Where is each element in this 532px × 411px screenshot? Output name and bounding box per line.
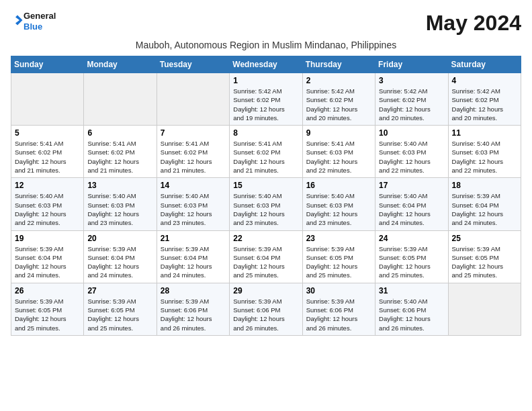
weekday-header-sunday: Sunday (11, 56, 84, 73)
day-number: 25 (452, 234, 517, 243)
day-number: 6 (87, 128, 152, 138)
cell-info: Sunrise: 5:39 AMSunset: 6:04 PMDaylight:… (161, 244, 226, 280)
day-number: 20 (87, 234, 152, 243)
cell-info: Sunrise: 5:42 AMSunset: 6:02 PMDaylight:… (233, 87, 298, 122)
cell-info: Sunrise: 5:41 AMSunset: 6:02 PMDaylight:… (233, 139, 298, 175)
calendar-cell: 16Sunrise: 5:40 AMSunset: 6:03 PMDayligh… (302, 178, 375, 230)
cell-info: Sunrise: 5:39 AMSunset: 6:05 PMDaylight:… (452, 244, 517, 280)
calendar-cell: 23Sunrise: 5:39 AMSunset: 6:05 PMDayligh… (302, 230, 375, 283)
cell-info: Sunrise: 5:42 AMSunset: 6:02 PMDaylight:… (452, 87, 517, 122)
cell-info: Sunrise: 5:39 AMSunset: 6:04 PMDaylight:… (233, 244, 298, 280)
calendar-cell: 17Sunrise: 5:40 AMSunset: 6:04 PMDayligh… (375, 178, 448, 230)
day-number: 19 (15, 234, 80, 243)
day-number: 31 (379, 286, 444, 295)
calendar-cell: 31Sunrise: 5:40 AMSunset: 6:06 PMDayligh… (375, 283, 448, 335)
day-number: 9 (306, 128, 371, 138)
day-number: 21 (161, 234, 226, 243)
cell-info: Sunrise: 5:39 AMSunset: 6:05 PMDaylight:… (379, 244, 444, 280)
calendar-cell: 21Sunrise: 5:39 AMSunset: 6:04 PMDayligh… (157, 230, 229, 283)
calendar-cell: 19Sunrise: 5:39 AMSunset: 6:04 PMDayligh… (11, 230, 84, 283)
calendar-cell: 4Sunrise: 5:42 AMSunset: 6:02 PMDaylight… (448, 73, 521, 126)
calendar-cell: 22Sunrise: 5:39 AMSunset: 6:04 PMDayligh… (230, 230, 302, 283)
day-number: 12 (15, 181, 80, 190)
weekday-header-thursday: Thursday (302, 56, 375, 73)
cell-info: Sunrise: 5:40 AMSunset: 6:03 PMDaylight:… (87, 191, 152, 227)
day-number: 22 (233, 234, 298, 243)
calendar-cell (448, 283, 521, 335)
cell-info: Sunrise: 5:39 AMSunset: 6:06 PMDaylight:… (233, 297, 298, 332)
calendar-cell: 11Sunrise: 5:40 AMSunset: 6:03 PMDayligh… (448, 126, 521, 178)
location-title: Mauboh, Autonomous Region in Muslim Mind… (11, 40, 521, 50)
day-number: 4 (452, 76, 517, 85)
cell-info: Sunrise: 5:40 AMSunset: 6:03 PMDaylight:… (379, 139, 444, 175)
calendar-cell: 13Sunrise: 5:40 AMSunset: 6:03 PMDayligh… (84, 178, 157, 230)
weekday-header-saturday: Saturday (448, 56, 521, 73)
cell-info: Sunrise: 5:41 AMSunset: 6:02 PMDaylight:… (161, 139, 226, 175)
day-number: 17 (379, 181, 444, 190)
cell-info: Sunrise: 5:39 AMSunset: 6:05 PMDaylight:… (306, 244, 371, 280)
day-number: 16 (306, 181, 371, 190)
calendar-cell: 25Sunrise: 5:39 AMSunset: 6:05 PMDayligh… (448, 230, 521, 283)
calendar-cell: 5Sunrise: 5:41 AMSunset: 6:02 PMDaylight… (11, 126, 84, 178)
cell-info: Sunrise: 5:39 AMSunset: 6:04 PMDaylight:… (87, 244, 152, 280)
weekday-header-friday: Friday (375, 56, 448, 73)
cell-info: Sunrise: 5:39 AMSunset: 6:06 PMDaylight:… (161, 297, 226, 332)
day-number: 8 (233, 128, 298, 138)
day-number: 27 (87, 286, 152, 295)
day-number: 3 (379, 76, 444, 85)
cell-info: Sunrise: 5:39 AMSunset: 6:05 PMDaylight:… (87, 297, 152, 332)
calendar-cell: 15Sunrise: 5:40 AMSunset: 6:03 PMDayligh… (230, 178, 302, 230)
day-number: 2 (306, 76, 371, 85)
weekday-header-wednesday: Wednesday (230, 56, 302, 73)
calendar-cell: 2Sunrise: 5:42 AMSunset: 6:02 PMDaylight… (302, 73, 375, 126)
cell-info: Sunrise: 5:39 AMSunset: 6:04 PMDaylight:… (452, 191, 517, 227)
day-number: 30 (306, 286, 371, 295)
logo-blue: Blue (24, 21, 56, 32)
cell-info: Sunrise: 5:42 AMSunset: 6:02 PMDaylight:… (306, 87, 371, 122)
day-number: 5 (15, 128, 80, 138)
cell-info: Sunrise: 5:42 AMSunset: 6:02 PMDaylight:… (379, 87, 444, 122)
cell-info: Sunrise: 5:41 AMSunset: 6:02 PMDaylight:… (87, 139, 152, 175)
calendar-cell: 9Sunrise: 5:41 AMSunset: 6:03 PMDaylight… (302, 126, 375, 178)
day-number: 1 (233, 76, 298, 85)
day-number: 15 (233, 181, 298, 190)
calendar-cell: 24Sunrise: 5:39 AMSunset: 6:05 PMDayligh… (375, 230, 448, 283)
calendar-cell: 18Sunrise: 5:39 AMSunset: 6:04 PMDayligh… (448, 178, 521, 230)
day-number: 18 (452, 181, 517, 190)
calendar-cell: 26Sunrise: 5:39 AMSunset: 6:05 PMDayligh… (11, 283, 84, 335)
cell-info: Sunrise: 5:40 AMSunset: 6:03 PMDaylight:… (161, 191, 226, 227)
calendar-cell: 10Sunrise: 5:40 AMSunset: 6:03 PMDayligh… (375, 126, 448, 178)
day-number: 13 (87, 181, 152, 190)
day-number: 7 (161, 128, 226, 138)
logo-general: General (24, 11, 56, 21)
calendar-cell: 12Sunrise: 5:40 AMSunset: 6:03 PMDayligh… (11, 178, 84, 230)
cell-info: Sunrise: 5:40 AMSunset: 6:06 PMDaylight:… (379, 297, 444, 332)
calendar-cell: 7Sunrise: 5:41 AMSunset: 6:02 PMDaylight… (157, 126, 229, 178)
calendar-table: SundayMondayTuesdayWednesdayThursdayFrid… (11, 56, 521, 336)
cell-info: Sunrise: 5:39 AMSunset: 6:06 PMDaylight:… (306, 297, 371, 332)
calendar-cell: 27Sunrise: 5:39 AMSunset: 6:05 PMDayligh… (84, 283, 157, 335)
cell-info: Sunrise: 5:39 AMSunset: 6:04 PMDaylight:… (15, 244, 80, 280)
cell-info: Sunrise: 5:41 AMSunset: 6:02 PMDaylight:… (15, 139, 80, 175)
calendar-cell: 14Sunrise: 5:40 AMSunset: 6:03 PMDayligh… (157, 178, 229, 230)
cell-info: Sunrise: 5:40 AMSunset: 6:04 PMDaylight:… (379, 191, 444, 227)
day-number: 24 (379, 234, 444, 243)
calendar-cell: 20Sunrise: 5:39 AMSunset: 6:04 PMDayligh… (84, 230, 157, 283)
logo: General Blue (11, 11, 56, 32)
calendar-cell: 6Sunrise: 5:41 AMSunset: 6:02 PMDaylight… (84, 126, 157, 178)
calendar-cell: 29Sunrise: 5:39 AMSunset: 6:06 PMDayligh… (230, 283, 302, 335)
calendar-cell: 8Sunrise: 5:41 AMSunset: 6:02 PMDaylight… (230, 126, 302, 178)
weekday-header-monday: Monday (84, 56, 157, 73)
day-number: 26 (15, 286, 80, 295)
cell-info: Sunrise: 5:39 AMSunset: 6:05 PMDaylight:… (15, 297, 80, 332)
cell-info: Sunrise: 5:40 AMSunset: 6:03 PMDaylight:… (306, 191, 371, 227)
cell-info: Sunrise: 5:41 AMSunset: 6:03 PMDaylight:… (306, 139, 371, 175)
day-number: 29 (233, 286, 298, 295)
day-number: 23 (306, 234, 371, 243)
calendar-cell: 3Sunrise: 5:42 AMSunset: 6:02 PMDaylight… (375, 73, 448, 126)
day-number: 14 (161, 181, 226, 190)
calendar-cell: 1Sunrise: 5:42 AMSunset: 6:02 PMDaylight… (230, 73, 302, 126)
calendar-cell: 30Sunrise: 5:39 AMSunset: 6:06 PMDayligh… (302, 283, 375, 335)
cell-info: Sunrise: 5:40 AMSunset: 6:03 PMDaylight:… (233, 191, 298, 227)
day-number: 11 (452, 128, 517, 138)
